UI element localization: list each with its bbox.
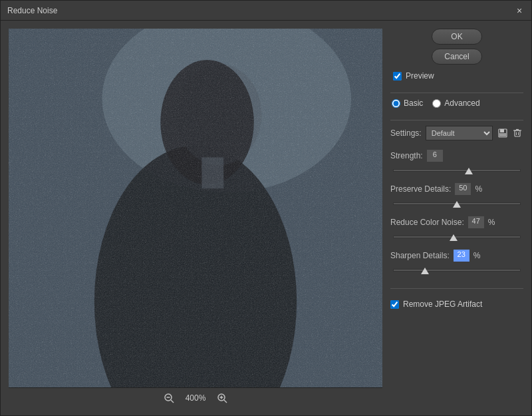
- color-noise-slider-container: [390, 231, 523, 240]
- preview-checkbox[interactable]: [393, 72, 402, 81]
- advanced-radio[interactable]: [432, 99, 441, 108]
- close-button[interactable]: ×: [514, 5, 525, 16]
- settings-label: Settings:: [390, 128, 422, 138]
- preserve-details-label: Preserve Details:: [390, 184, 451, 194]
- divider-2: [390, 120, 523, 120]
- sharpen-details-slider-container: [390, 264, 523, 274]
- svg-rect-18: [499, 133, 506, 136]
- delete-settings-button[interactable]: [511, 128, 523, 138]
- advanced-option[interactable]: Advanced: [432, 99, 479, 108]
- preserve-details-slider-container: [390, 198, 523, 207]
- basic-option[interactable]: Basic: [392, 99, 423, 108]
- reduce-noise-dialog: Reduce Noise ×: [0, 0, 532, 416]
- strength-label: Strength:: [390, 151, 423, 160]
- ok-button[interactable]: OK: [432, 29, 482, 45]
- trash-icon: [513, 128, 522, 138]
- zoom-bar: 400%: [9, 387, 382, 407]
- zoom-level: 400%: [182, 393, 209, 403]
- jpeg-checkbox[interactable]: [390, 300, 399, 309]
- strength-row: Strength: 6: [390, 150, 523, 162]
- settings-row: Settings: Default Custom: [390, 126, 523, 140]
- sharpen-details-section: Sharpen Details: 23 %: [390, 250, 523, 276]
- preserve-details-row: Preserve Details: 50 %: [390, 183, 523, 195]
- preserve-details-value: 50: [455, 183, 471, 195]
- preserve-details-slider[interactable]: [393, 202, 521, 205]
- color-noise-section: Reduce Color Noise: 47 %: [390, 216, 523, 243]
- cancel-button[interactable]: Cancel: [432, 49, 482, 65]
- save-icon: [498, 128, 507, 138]
- strength-value: 6: [427, 150, 443, 162]
- svg-rect-19: [515, 130, 520, 136]
- divider-1: [390, 93, 523, 93]
- dialog-title: Reduce Noise: [7, 6, 57, 15]
- svg-rect-17: [500, 129, 504, 132]
- strength-slider-container: [390, 164, 523, 174]
- strength-section: Strength: 6: [390, 150, 523, 176]
- color-noise-label: Reduce Color Noise:: [390, 218, 464, 227]
- basic-label[interactable]: Basic: [404, 99, 423, 108]
- preview-image: [9, 29, 382, 387]
- zoom-in-button[interactable]: [214, 391, 230, 405]
- jpeg-row: Remove JPEG Artifact: [390, 300, 523, 309]
- svg-line-13: [224, 400, 227, 403]
- main-content: 400% OK Cancel P: [1, 21, 531, 415]
- sharpen-details-label: Sharpen Details:: [390, 251, 450, 260]
- sharpen-details-value: 23: [454, 250, 469, 262]
- preview-label[interactable]: Preview: [406, 71, 434, 81]
- strength-slider[interactable]: [393, 169, 521, 172]
- settings-select[interactable]: Default Custom: [426, 126, 493, 140]
- svg-line-10: [171, 400, 174, 403]
- sharpen-details-slider[interactable]: [393, 269, 521, 272]
- preserve-details-section: Preserve Details: 50 %: [390, 183, 523, 210]
- sharpen-details-percent: %: [473, 251, 481, 260]
- svg-rect-8: [9, 29, 382, 387]
- color-noise-slider[interactable]: [393, 236, 521, 238]
- settings-icons: [497, 128, 523, 138]
- preview-row: Preview: [390, 71, 523, 81]
- zoom-out-button[interactable]: [161, 391, 177, 405]
- divider-3: [390, 288, 523, 289]
- controls-panel: OK Cancel Preview Basic Advanced: [390, 29, 523, 407]
- preview-area: [9, 29, 382, 387]
- sharpen-details-row: Sharpen Details: 23 %: [390, 250, 523, 262]
- zoom-in-icon: [217, 393, 227, 403]
- color-noise-percent: %: [488, 218, 495, 227]
- color-noise-row: Reduce Color Noise: 47 %: [390, 216, 523, 228]
- noise-overlay: [9, 29, 382, 387]
- zoom-out-icon: [164, 393, 174, 403]
- jpeg-label[interactable]: Remove JPEG Artifact: [403, 300, 482, 309]
- title-bar: Reduce Noise ×: [1, 1, 531, 21]
- save-settings-button[interactable]: [497, 128, 509, 138]
- mode-radio-group: Basic Advanced: [390, 99, 523, 108]
- color-noise-value: 47: [468, 216, 484, 228]
- advanced-label[interactable]: Advanced: [444, 99, 479, 108]
- preserve-details-percent: %: [475, 184, 482, 194]
- action-buttons: OK Cancel: [390, 29, 523, 65]
- basic-radio[interactable]: [392, 99, 400, 108]
